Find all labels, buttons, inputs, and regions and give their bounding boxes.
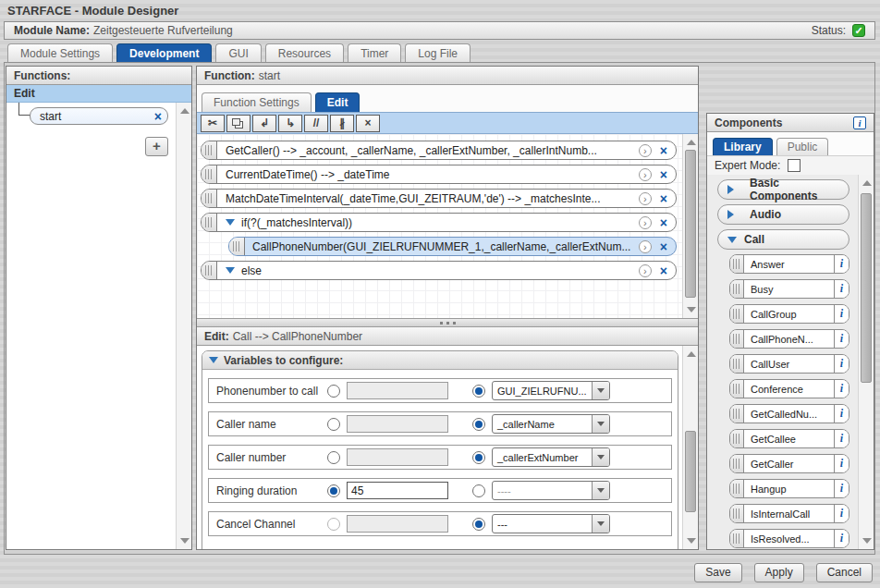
component-info-icon[interactable]: i — [834, 530, 849, 547]
code-row-if[interactable]: if(?(_matchesInterval)) › × — [201, 213, 677, 232]
scroll-up-icon[interactable] — [862, 180, 872, 186]
components-info-icon[interactable]: i — [853, 116, 866, 129]
variable-radio[interactable] — [472, 418, 485, 431]
tab-module-settings[interactable]: Module Settings — [7, 43, 113, 63]
comment-button[interactable]: // — [304, 115, 328, 132]
delete-button[interactable]: × — [356, 115, 380, 132]
drag-handle-icon[interactable] — [730, 355, 744, 373]
component-info-icon[interactable]: i — [834, 280, 849, 298]
tab-development[interactable]: Development — [116, 43, 212, 63]
function-group-edit[interactable]: Edit — [6, 85, 191, 103]
manual-value-radio[interactable] — [327, 518, 340, 531]
scroll-down-icon[interactable] — [687, 307, 696, 312]
scroll-down-icon[interactable] — [180, 538, 189, 544]
component-info-icon[interactable]: i — [834, 305, 849, 323]
variable-dropdown[interactable]: _callerExtNumber — [492, 447, 610, 467]
code-row[interactable]: CurrentDateTime() --> _dateTime › × — [201, 165, 677, 184]
scroll-up-icon[interactable] — [687, 140, 696, 145]
drag-handle-icon[interactable] — [730, 255, 744, 273]
expert-mode-checkbox[interactable] — [788, 159, 801, 172]
manual-value-radio[interactable] — [327, 385, 340, 398]
code-scrollbar[interactable] — [682, 134, 698, 318]
drag-handle-icon[interactable] — [202, 262, 217, 279]
manual-value-input[interactable] — [347, 448, 448, 466]
component-busy[interactable]: Busy i — [729, 279, 849, 299]
dropdown-button[interactable] — [592, 382, 609, 399]
component-callphonenumber[interactable]: CallPhoneN... i — [729, 329, 849, 349]
drag-handle-icon[interactable] — [730, 305, 744, 323]
save-button[interactable]: Save — [694, 563, 741, 582]
variable-dropdown[interactable]: --- — [492, 514, 610, 533]
dropdown-button[interactable] — [592, 515, 609, 533]
manual-value-radio[interactable] — [327, 484, 340, 497]
scrollbar-thumb[interactable] — [685, 150, 696, 298]
component-info-icon[interactable]: i — [834, 405, 849, 423]
component-getcallednumber[interactable]: GetCalledNu... i — [729, 404, 849, 423]
dropdown-button[interactable] — [592, 448, 609, 466]
scroll-down-icon[interactable] — [862, 538, 872, 544]
row-delete-icon[interactable]: × — [660, 192, 667, 205]
manual-value-input[interactable] — [347, 482, 448, 499]
copy-button[interactable] — [226, 115, 251, 132]
variables-section-header[interactable]: Variables to configure: — [202, 351, 678, 370]
row-detail-icon[interactable]: › — [639, 168, 652, 181]
group-audio[interactable]: Audio — [717, 204, 849, 225]
drag-handle-icon[interactable] — [730, 430, 744, 447]
row-delete-icon[interactable]: × — [660, 240, 667, 253]
variable-radio[interactable] — [472, 385, 485, 398]
drag-handle-icon[interactable] — [730, 480, 744, 497]
drag-handle-icon[interactable] — [730, 455, 744, 472]
component-info-icon[interactable]: i — [834, 505, 849, 522]
scrollbar-thumb[interactable] — [861, 193, 872, 383]
variable-radio[interactable] — [472, 451, 485, 464]
variable-radio[interactable] — [472, 518, 485, 531]
code-row[interactable]: GetCaller() --> _account, _callerName, _… — [201, 141, 677, 160]
variable-radio[interactable] — [472, 484, 485, 497]
tab-library[interactable]: Library — [713, 138, 773, 155]
drag-handle-icon[interactable] — [229, 238, 245, 255]
delete-function-icon[interactable]: × — [154, 110, 162, 123]
tab-log-file[interactable]: Log File — [405, 43, 471, 63]
component-info-icon[interactable]: i — [834, 430, 849, 447]
component-getcaller[interactable]: GetCaller i — [729, 454, 849, 473]
component-info-icon[interactable]: i — [834, 480, 849, 497]
component-info-icon[interactable]: i — [834, 380, 849, 398]
component-answer[interactable]: Answer i — [729, 254, 849, 274]
scroll-up-icon[interactable] — [687, 351, 696, 357]
drag-handle-icon[interactable] — [202, 165, 217, 183]
row-detail-icon[interactable]: › — [639, 192, 652, 205]
function-item-start[interactable]: start × — [30, 107, 168, 125]
functions-scrollbar[interactable] — [176, 103, 191, 549]
row-detail-icon[interactable]: › — [639, 264, 652, 277]
row-detail-icon[interactable]: › — [639, 240, 652, 253]
tab-gui[interactable]: GUI — [215, 43, 261, 63]
form-scrollbar[interactable] — [682, 346, 698, 549]
component-getcallee[interactable]: GetCallee i — [729, 429, 849, 448]
tab-public[interactable]: Public — [776, 138, 829, 155]
dropdown-button[interactable] — [592, 415, 609, 433]
row-delete-icon[interactable]: × — [660, 168, 667, 181]
drag-handle-icon[interactable] — [730, 330, 744, 348]
component-calluser[interactable]: CallUser i — [729, 354, 849, 374]
tab-timer[interactable]: Timer — [348, 43, 401, 63]
drag-handle-icon[interactable] — [730, 380, 744, 398]
variable-dropdown[interactable]: ---- — [492, 481, 610, 500]
scroll-down-icon[interactable] — [687, 538, 696, 544]
component-info-icon[interactable]: i — [834, 330, 849, 348]
code-row-else[interactable]: else › × — [201, 261, 677, 280]
tab-function-settings[interactable]: Function Settings — [202, 92, 312, 112]
component-callgroup[interactable]: CallGroup i — [729, 304, 849, 324]
cancel-button[interactable]: Cancel — [816, 563, 873, 582]
uncomment-button[interactable]: ∦ — [330, 115, 354, 132]
row-delete-icon[interactable]: × — [660, 144, 667, 157]
manual-value-input[interactable] — [347, 382, 448, 399]
drag-handle-icon[interactable] — [202, 141, 217, 159]
drag-handle-icon[interactable] — [730, 280, 744, 298]
row-delete-icon[interactable]: × — [660, 216, 667, 229]
manual-value-radio[interactable] — [327, 451, 340, 464]
drag-handle-icon[interactable] — [730, 405, 744, 423]
tab-resources[interactable]: Resources — [265, 43, 344, 63]
component-isinternalcall[interactable]: IsInternalCall i — [729, 504, 849, 523]
component-conference[interactable]: Conference i — [729, 379, 849, 398]
component-isresolved[interactable]: IsResolved... i — [729, 529, 849, 548]
